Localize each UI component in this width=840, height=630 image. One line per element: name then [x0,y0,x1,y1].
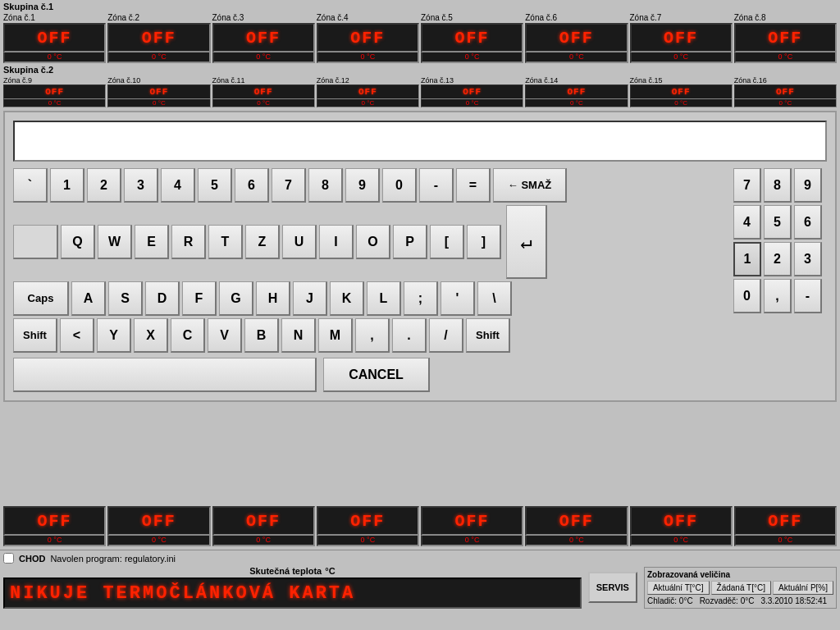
aktualni-t-button[interactable]: Aktuální T[°C] [647,581,710,595]
group2-zone-15[interactable]: Zóna č.15 OFF 0 °C [630,76,733,107]
caps-key[interactable]: Caps [13,281,69,316]
key-k[interactable]: K [330,281,364,316]
bottom-zone-3[interactable]: OFF 0 °C [212,506,315,546]
key-j[interactable]: J [293,281,327,316]
group1-zone-1[interactable]: Zóna č.1 OFF 0 °C [3,13,106,63]
numpad-0[interactable]: 0 [733,279,761,313]
bottom-zone-7[interactable]: OFF 0 °C [630,506,733,546]
aktualni-p-button[interactable]: Aktuální P[%] [773,581,833,595]
zadana-t-button[interactable]: Žádaná T[°C] [711,581,771,595]
key-o[interactable]: O [356,225,390,259]
numpad-7[interactable]: 7 [733,168,761,203]
space-key[interactable] [13,358,317,392]
group2-zone-13[interactable]: Zóna č.13 OFF 0 °C [421,76,523,107]
numpad: 7 8 9 4 5 6 1 2 3 0 , - [728,168,827,392]
key-4[interactable]: 4 [161,168,195,203]
numpad-3[interactable]: 3 [794,242,822,276]
numpad-comma[interactable]: , [764,279,792,313]
group1-zone-2[interactable]: Zóna č.2 OFF 0 °C [107,13,210,63]
bottom-zone-6[interactable]: OFF 0 °C [525,506,628,546]
backspace-key[interactable]: ← SMAŽ [493,168,567,203]
numpad-minus[interactable]: - [794,279,822,313]
group2-zone-9[interactable]: Zóna č.9 OFF 0 °C [3,76,106,107]
key-i[interactable]: I [319,225,354,259]
group2-zone-16[interactable]: Zóna č.16 OFF 0 °C [734,76,837,107]
key-t[interactable]: T [208,225,243,259]
numpad-2[interactable]: 2 [764,242,792,276]
key-b[interactable]: B [244,318,279,353]
key-f[interactable]: F [182,281,217,316]
key-r[interactable]: R [171,225,206,259]
key-1[interactable]: 1 [50,168,84,203]
servis-button[interactable]: SERVIS [588,572,637,603]
numpad-9[interactable]: 9 [794,168,822,203]
key-q[interactable]: Q [61,225,95,259]
cancel-button[interactable]: CANCEL [323,358,430,392]
key-9[interactable]: 9 [345,168,380,203]
bottom-zone-8[interactable]: OFF 0 °C [734,506,837,546]
key-8[interactable]: 8 [308,168,343,203]
key-7[interactable]: 7 [272,168,306,203]
key-a[interactable]: A [71,281,106,316]
numpad-1[interactable]: 1 [733,242,761,276]
key-y[interactable]: Y [97,318,131,353]
key-n[interactable]: N [281,318,316,353]
group2-zone-12[interactable]: Zóna č.12 OFF 0 °C [317,76,419,107]
group2-zone-11[interactable]: Zóna č.11 OFF 0 °C [212,76,315,107]
key-comma[interactable]: , [355,318,390,353]
key-backslash[interactable]: \ [477,281,512,316]
group2-zone-14[interactable]: Zóna č.14 OFF 0 °C [525,76,628,107]
key-v[interactable]: V [208,318,242,353]
text-input-area[interactable] [13,121,827,162]
group1-zone-6[interactable]: Zóna č.6 OFF 0 °C [525,13,628,63]
group1-zone-8[interactable]: Zóna č.8 OFF 0 °C [734,13,837,63]
key-d[interactable]: D [145,281,180,316]
key-l[interactable]: L [367,281,401,316]
group1-zone-4[interactable]: Zóna č.4 OFF 0 °C [317,13,419,63]
key-slash[interactable]: / [429,318,463,353]
key-2[interactable]: 2 [87,168,121,203]
key-backtick[interactable]: ` [13,168,48,203]
numpad-6[interactable]: 6 [794,205,822,240]
group2-zone-10[interactable]: Zóna č.10 OFF 0 °C [107,76,210,107]
key-equals[interactable]: = [456,168,491,203]
key-w[interactable]: W [98,225,132,259]
key-z[interactable]: Z [245,225,280,259]
key-g[interactable]: G [219,281,253,316]
key-quote[interactable]: ' [441,281,475,316]
key-m[interactable]: M [318,318,353,353]
key-rbracket[interactable]: ] [467,225,501,259]
key-5[interactable]: 5 [198,168,232,203]
bottom-zone-5[interactable]: OFF 0 °C [421,506,523,546]
key-3[interactable]: 3 [124,168,158,203]
key-s[interactable]: S [108,281,143,316]
key-p[interactable]: P [393,225,427,259]
group1-zone-7[interactable]: Zóna č.7 OFF 0 °C [630,13,733,63]
group1-zone-5[interactable]: Zóna č.5 OFF 0 °C [421,13,523,63]
numpad-8[interactable]: 8 [764,168,792,203]
zone-display: OFF [3,23,106,52]
key-lt[interactable]: < [60,318,94,353]
key-x[interactable]: X [134,318,168,353]
key-period[interactable]: . [392,318,427,353]
chod-checkbox[interactable] [3,553,14,564]
bottom-zone-4[interactable]: OFF 0 °C [317,506,419,546]
off-display: OFF [45,87,64,97]
bottom-zone-1[interactable]: OFF 0 °C [3,506,106,546]
key-semicolon[interactable]: ; [404,281,438,316]
key-minus[interactable]: - [419,168,454,203]
shift-right-key[interactable]: Shift [466,318,510,353]
numpad-5[interactable]: 5 [764,205,792,240]
key-e[interactable]: E [135,225,169,259]
key-0[interactable]: 0 [382,168,417,203]
group1-zone-3[interactable]: Zóna č.3 OFF 0 °C [212,13,315,63]
key-h[interactable]: H [256,281,290,316]
bottom-zone-2[interactable]: OFF 0 °C [107,506,210,546]
shift-left-key[interactable]: Shift [13,318,57,353]
numpad-4[interactable]: 4 [733,205,761,240]
key-c[interactable]: C [171,318,205,353]
key-u[interactable]: U [282,225,317,259]
key-6[interactable]: 6 [235,168,269,203]
enter-key[interactable]: ↵ [506,205,547,279]
key-lbracket[interactable]: [ [430,225,464,259]
